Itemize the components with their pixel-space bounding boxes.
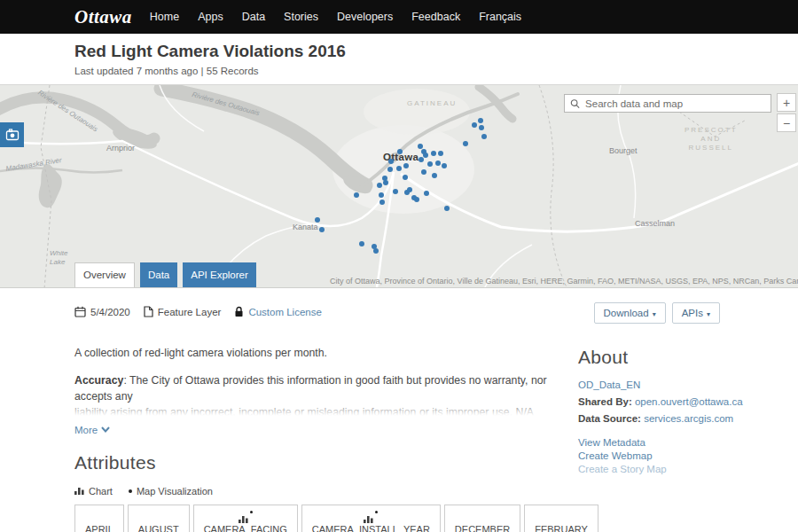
- shared-by-link[interactable]: open.ouvert@ottawa.ca: [635, 396, 743, 407]
- accuracy-text: : The City of Ottawa provides this infor…: [74, 374, 547, 403]
- link-view-metadata[interactable]: View Metadata: [578, 436, 745, 450]
- map-point[interactable]: [438, 151, 443, 156]
- map-point[interactable]: [478, 118, 483, 123]
- search-input[interactable]: [585, 98, 771, 109]
- legend-chart: Chart: [74, 486, 113, 497]
- map-point[interactable]: [442, 163, 447, 168]
- map-point[interactable]: [396, 166, 402, 171]
- map-point[interactable]: [421, 169, 426, 175]
- map-point[interactable]: [377, 183, 382, 188]
- map-dot-icon: [250, 511, 253, 513]
- map-point[interactable]: [403, 163, 409, 168]
- bar-chart-icon: [74, 486, 84, 497]
- map-point[interactable]: [481, 134, 487, 139]
- caret-down-icon: ▾: [653, 310, 656, 318]
- apis-button[interactable]: APIs▾: [672, 302, 720, 324]
- nav-item-home[interactable]: Home: [150, 11, 179, 23]
- attribute-card-camera-facing[interactable]: CAMERA_FACINGText: [193, 505, 298, 532]
- tab-bar: OverviewDataAPI Explorer: [74, 262, 256, 287]
- attribute-name: APRIL: [85, 524, 113, 532]
- ottawa-logo[interactable]: Ottawa: [74, 6, 132, 28]
- map-point[interactable]: [472, 122, 477, 128]
- map-point[interactable]: [354, 192, 359, 198]
- map-point[interactable]: [435, 160, 441, 166]
- tab-overview[interactable]: Overview: [74, 262, 135, 287]
- map-search[interactable]: [564, 94, 771, 113]
- map-point[interactable]: [403, 175, 408, 180]
- card-icons: [204, 511, 287, 522]
- attribute-card-camera-install-year[interactable]: CAMERA_INSTALL_YEARNumber: [301, 505, 441, 532]
- map-point[interactable]: [431, 151, 436, 156]
- map-point[interactable]: [397, 149, 403, 154]
- map-point[interactable]: [427, 161, 433, 167]
- calendar-icon: [74, 306, 86, 317]
- attributes-legend: Chart Map Visualization: [74, 486, 567, 497]
- map-point[interactable]: [379, 200, 385, 205]
- map-point[interactable]: [359, 241, 364, 246]
- map-point[interactable]: [479, 125, 484, 130]
- map-label-kanata: Kanata: [293, 223, 318, 232]
- date-value: 5/4/2020: [90, 307, 130, 317]
- page-title: Red Light Camera Violations 2016: [74, 42, 798, 61]
- map-point[interactable]: [379, 192, 384, 198]
- about-heading: About: [578, 347, 745, 368]
- attribute-card-april[interactable]: APRILText: [74, 505, 124, 532]
- map-point[interactable]: [315, 217, 320, 223]
- map-point[interactable]: [432, 173, 437, 178]
- accuracy-clipped-text: liability arising from any incorrect, in…: [74, 405, 567, 417]
- tab-api-explorer[interactable]: API Explorer: [183, 262, 256, 287]
- nav-item-apps[interactable]: Apps: [198, 11, 223, 23]
- attribute-name: CAMERA_FACING: [204, 524, 287, 532]
- attributes-heading: Attributes: [74, 452, 567, 473]
- map-point[interactable]: [373, 248, 379, 254]
- nav-item-data[interactable]: Data: [242, 11, 265, 23]
- map-point[interactable]: [444, 206, 450, 211]
- map-point[interactable]: [387, 167, 393, 172]
- custom-license-link[interactable]: Custom License: [248, 307, 321, 317]
- map-point[interactable]: [393, 189, 398, 194]
- main-nav: HomeAppsDataStoriesDevelopersFeedbackFra…: [150, 11, 521, 23]
- map-point[interactable]: [383, 180, 388, 185]
- data-source-line: Data Source: services.arcgis.com: [578, 412, 745, 426]
- zoom-in-button[interactable]: +: [777, 93, 796, 112]
- link-create-webmap[interactable]: Create Webmap: [578, 450, 745, 463]
- attribute-card-december[interactable]: DECEMBERText: [444, 505, 520, 532]
- nav-item-feedback[interactable]: Feedback: [411, 11, 460, 23]
- card-icons: [312, 511, 430, 522]
- caret-down-icon: ▾: [707, 310, 710, 318]
- map-label-bourget: Bourget: [609, 146, 638, 156]
- map-point[interactable]: [463, 141, 468, 146]
- map-point[interactable]: [414, 197, 419, 202]
- nav-item-developers[interactable]: Developers: [337, 11, 393, 23]
- link-create-a-story-map[interactable]: Create a Story Map: [578, 463, 745, 476]
- map-point[interactable]: [419, 157, 424, 162]
- dataset-link[interactable]: OD_Data_EN: [578, 379, 745, 392]
- map-point[interactable]: [407, 187, 412, 192]
- map-label-white: White Lake: [50, 249, 67, 267]
- zoom-controls: + −: [777, 93, 796, 134]
- accuracy-paragraph: Accuracy: The City of Ottawa provides th…: [74, 373, 567, 417]
- more-link[interactable]: More: [74, 425, 110, 435]
- attribution-text: City of Ottawa, Province of Ontario, Vil…: [330, 277, 798, 286]
- description-column: A collection of red-light camera violati…: [74, 347, 567, 532]
- data-source-link[interactable]: services.arcgis.com: [644, 413, 733, 424]
- top-nav-bar: Ottawa HomeAppsDataStoriesDevelopersFeed…: [0, 0, 798, 34]
- map-screenshot-button[interactable]: [0, 122, 24, 147]
- map-point[interactable]: [319, 227, 325, 232]
- map-label-prescott: PRESCOTT AND RUSSELL: [685, 126, 738, 153]
- zoom-out-button[interactable]: −: [777, 113, 796, 132]
- attribute-card-august[interactable]: AUGUSTText: [128, 505, 190, 532]
- map-point[interactable]: [388, 159, 394, 164]
- nav-item-fran-ais[interactable]: Français: [479, 11, 521, 23]
- card-icons: [455, 511, 510, 522]
- download-button[interactable]: Download▾: [594, 302, 666, 324]
- map-canvas[interactable]: GATINEAUPRESCOTT AND RUSSELLOttawaArnpri…: [0, 84, 798, 288]
- map-point[interactable]: [424, 191, 429, 196]
- tab-data[interactable]: Data: [140, 262, 177, 287]
- nav-item-stories[interactable]: Stories: [284, 11, 318, 23]
- map-point[interactable]: [423, 153, 428, 158]
- map-point[interactable]: [418, 144, 423, 149]
- title-bar: Red Light Camera Violations 2016 Last up…: [0, 34, 798, 84]
- map-label-casselman: Casselman: [635, 219, 675, 229]
- page: Ottawa HomeAppsDataStoriesDevelopersFeed…: [0, 0, 798, 532]
